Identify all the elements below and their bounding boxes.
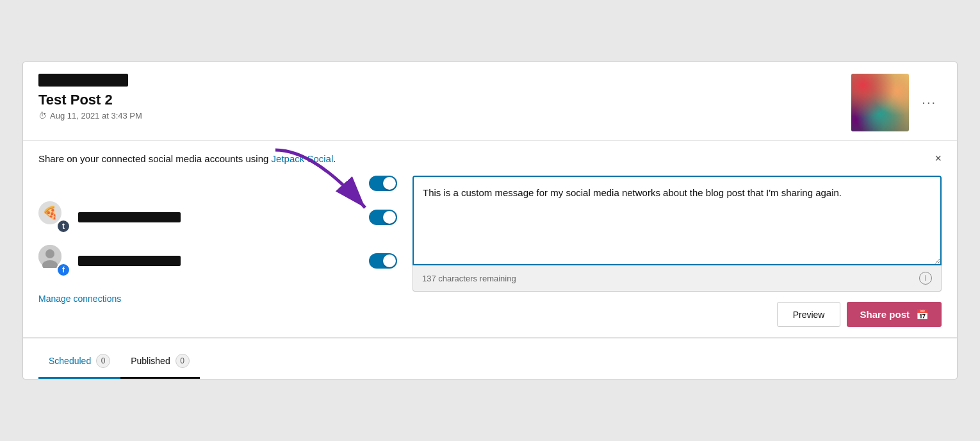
share-post-button[interactable]: Share post 📅	[847, 302, 942, 327]
card-header: Test Post 2 ⏱ Aug 11, 2021 at 3:43 PM ··…	[23, 62, 957, 141]
toggle-facebook[interactable]	[369, 253, 397, 269]
char-count: 137 characters remaining	[422, 274, 516, 283]
toggle-all[interactable]	[369, 176, 397, 191]
tab-published-label: Published	[131, 356, 170, 366]
top-toggle-row	[38, 176, 397, 191]
post-card: Test Post 2 ⏱ Aug 11, 2021 at 3:43 PM ··…	[22, 62, 958, 379]
more-button[interactable]: ···	[917, 93, 942, 111]
svg-point-1	[45, 249, 54, 258]
account-row-tumblr: 🍕 t	[38, 201, 397, 233]
info-icon[interactable]: i	[919, 272, 932, 285]
header-left: Test Post 2 ⏱ Aug 11, 2021 at 3:43 PM	[38, 74, 142, 121]
toggle-tumblr[interactable]	[369, 210, 397, 225]
date-text: Aug 11, 2021 at 3:43 PM	[50, 111, 142, 121]
header-right: ···	[851, 74, 942, 131]
post-thumbnail	[851, 74, 909, 131]
pizza-icon: 🍕	[42, 205, 58, 220]
card-footer: Scheduled 0 Published 0	[23, 338, 957, 379]
account-row-facebook: f	[38, 245, 397, 277]
tumblr-account-name	[78, 212, 181, 222]
jetpack-social-link[interactable]: Jetpack Social	[272, 153, 334, 164]
tumblr-badge: t	[56, 219, 70, 233]
message-textarea[interactable]	[412, 176, 942, 265]
accounts-section: 🍕 t	[38, 176, 397, 327]
share-body: 🍕 t	[38, 176, 942, 327]
tab-scheduled-badge: 0	[96, 354, 110, 368]
facebook-badge: f	[56, 263, 70, 277]
facebook-account-name	[78, 256, 181, 266]
tab-scheduled-label: Scheduled	[49, 356, 91, 366]
manage-connections-link[interactable]: Manage connections	[38, 294, 121, 304]
facebook-icons: f	[38, 245, 70, 277]
post-title: Test Post 2	[38, 92, 142, 108]
clock-icon: ⏱	[38, 111, 47, 121]
tumblr-icons: 🍕 t	[38, 201, 70, 233]
share-section: Share on your connected social media acc…	[23, 141, 957, 338]
buttons-row: Preview Share post 📅	[412, 302, 942, 327]
tab-published[interactable]: Published 0	[120, 347, 200, 379]
redacted-bar	[38, 74, 128, 87]
tab-scheduled[interactable]: Scheduled 0	[38, 347, 120, 379]
share-calendar-icon: 📅	[916, 308, 929, 320]
tab-published-badge: 0	[176, 354, 190, 368]
share-header: Share on your connected social media acc…	[38, 153, 942, 164]
share-post-label: Share post	[860, 309, 910, 320]
message-footer: 137 characters remaining i	[412, 265, 942, 292]
preview-button[interactable]: Preview	[777, 302, 841, 327]
share-intro: Share on your connected social media acc…	[38, 153, 336, 164]
message-column: 137 characters remaining i Preview Share…	[412, 176, 942, 327]
post-date: ⏱ Aug 11, 2021 at 3:43 PM	[38, 111, 142, 121]
close-button[interactable]: ×	[935, 153, 942, 164]
